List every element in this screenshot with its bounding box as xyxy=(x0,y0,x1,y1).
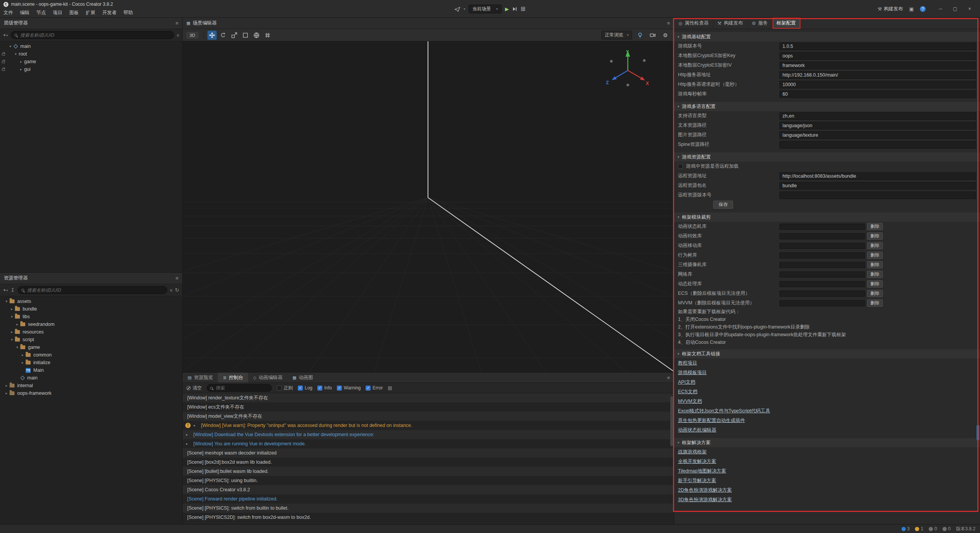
prop-input[interactable] xyxy=(779,191,976,199)
minimize-button[interactable]: ─ xyxy=(933,6,948,11)
view-mode-dropdown[interactable]: 正常浏览 ▾ xyxy=(601,31,632,39)
gear-icon[interactable]: ⚙ xyxy=(661,31,670,40)
info-indicator[interactable]: 3 xyxy=(902,526,910,531)
prop-input[interactable] xyxy=(779,43,976,50)
expand-caret[interactable]: ▸ xyxy=(9,330,15,334)
snap-grid-button[interactable] xyxy=(263,31,272,40)
log-row[interactable]: ▸[Window] Download the Vue Devtools exte… xyxy=(183,430,674,439)
prop-input[interactable] xyxy=(779,62,976,69)
menu-item[interactable]: 面板 xyxy=(66,10,82,16)
menu-item[interactable]: 项目 xyxy=(49,10,66,16)
asset-item[interactable]: ▸bundle xyxy=(0,305,182,313)
expand-caret[interactable]: ▾ xyxy=(15,345,20,349)
delete-module-button[interactable]: 删除 xyxy=(867,223,883,230)
menu-item[interactable]: 扩展 xyxy=(82,10,99,16)
section-header[interactable]: ▾框架解决方案 xyxy=(674,438,980,447)
expand-caret[interactable]: ▸ xyxy=(186,439,188,448)
scene-editor-tab[interactable]: ▦ 场景编辑器 xyxy=(186,20,217,26)
regex-checkbox[interactable]: 正则 xyxy=(277,385,293,391)
scene-selector-dropdown[interactable]: 当前场景 ▾ xyxy=(469,5,501,13)
hierarchy-search-input[interactable] xyxy=(20,32,170,38)
doc-link[interactable]: MVVM文档 xyxy=(678,398,702,405)
log-row[interactable]: [Scene] [PHYSICS]: switch from builtin t… xyxy=(183,504,674,513)
tab-console[interactable]: ≣控制台 xyxy=(218,373,248,383)
expand-caret[interactable]: ▸ xyxy=(9,307,15,311)
filter-icon[interactable]: ≡ xyxy=(170,288,172,293)
doc-link[interactable]: 原生包热更新配置自动生成插件 xyxy=(678,417,745,424)
section-header[interactable]: ▾游戏资源配置 xyxy=(674,152,980,162)
warning-indicator[interactable]: 1 xyxy=(915,526,923,531)
delete-module-button[interactable]: 删除 xyxy=(867,280,883,288)
asset-item[interactable]: ▸oops-framework xyxy=(0,389,182,397)
scrollbar[interactable] xyxy=(670,396,673,446)
tab-animation-graph[interactable]: ▦动画图 xyxy=(287,373,318,383)
expand-caret[interactable]: ▾ xyxy=(8,44,13,48)
chevron-down-icon[interactable]: ▾ xyxy=(464,7,465,11)
layout-grid-icon[interactable]: ⊞ xyxy=(521,5,526,12)
doc-link[interactable]: ECS文档 xyxy=(678,389,697,395)
expand-caret[interactable]: ▸ xyxy=(15,322,20,326)
menu-item[interactable]: 节点 xyxy=(33,10,49,16)
asset-item[interactable]: ▸common xyxy=(0,351,182,359)
doc-link[interactable]: Excel格式转Json文件与TypeScript代码工具 xyxy=(678,408,770,414)
log-row[interactable]: [Scene] [PHYSICS2D]: switch from box2d-w… xyxy=(183,513,674,522)
log-row[interactable]: [Window] render_texture文件夹不存在 xyxy=(183,393,674,402)
prop-input[interactable] xyxy=(779,71,976,79)
import-icon[interactable]: ↧ xyxy=(11,287,15,293)
panel-menu-icon[interactable]: ≡ xyxy=(667,20,670,26)
asset-item[interactable]: ▸resources xyxy=(0,328,182,336)
section-header[interactable]: ▾框架文档工具链接 xyxy=(674,349,980,358)
delete-module-button[interactable]: 删除 xyxy=(867,290,883,297)
marker-indicator[interactable]: 0 xyxy=(942,526,951,531)
camera-icon[interactable] xyxy=(648,31,657,40)
assets-search[interactable] xyxy=(18,286,167,294)
create-node-button[interactable]: +▾ xyxy=(3,32,8,38)
hierarchy-node[interactable]: ▾root xyxy=(0,50,182,58)
panel-menu-icon[interactable]: ≡ xyxy=(667,375,670,381)
doc-link[interactable]: 游戏模板项目 xyxy=(678,370,707,376)
expand-caret[interactable]: ▸ xyxy=(18,67,24,71)
scrollbar[interactable] xyxy=(977,425,979,440)
world-local-toggle-button[interactable] xyxy=(252,31,261,40)
panel-menu-icon[interactable]: ≡ xyxy=(175,275,178,281)
expand-caret[interactable]: ▸ xyxy=(186,430,188,439)
log-row[interactable]: [Scene] [bullet]:bullet wasm lib loaded. xyxy=(183,467,674,476)
doc-link[interactable]: 战旗游戏框架 xyxy=(678,449,707,455)
log-row[interactable]: [Scene] Forward render pipeline initiali… xyxy=(183,494,674,504)
maximize-button[interactable]: ▢ xyxy=(948,6,962,11)
axis-gizmo[interactable]: Y X Z xyxy=(603,47,653,90)
prop-input[interactable] xyxy=(779,90,976,98)
log-row[interactable]: !▸[Window] [Vue warn]: Property "onInput… xyxy=(183,421,674,430)
error-indicator[interactable]: 0 xyxy=(929,526,937,531)
doc-link[interactable]: Tiledmap地图解决方案 xyxy=(678,468,726,474)
expand-caret[interactable]: ▾ xyxy=(9,338,15,342)
doc-link[interactable]: 2D角色扮演游戏解决方案 xyxy=(678,487,732,494)
log-row[interactable]: [Scene] [PHYSICS]: using builtin. xyxy=(183,476,674,485)
tab-property-inspector[interactable]: ◎属性检查器 xyxy=(674,18,713,29)
doc-link[interactable]: 动画状态机编辑器 xyxy=(678,427,716,433)
console-search[interactable] xyxy=(207,384,272,392)
step-button[interactable] xyxy=(512,7,517,11)
delete-module-button[interactable]: 删除 xyxy=(867,299,883,307)
asset-item[interactable]: ▾game xyxy=(0,343,182,351)
preview-platform-icon[interactable] xyxy=(454,6,460,12)
hierarchy-node[interactable]: ▸gui xyxy=(0,65,182,73)
log-row[interactable]: ▸[Window] You are running Vue in develop… xyxy=(183,439,674,448)
asset-item[interactable]: TSMain xyxy=(0,366,182,374)
expand-caret[interactable]: ▸ xyxy=(4,391,9,395)
menu-item[interactable]: 编辑 xyxy=(16,10,33,16)
rect-tool-button[interactable] xyxy=(241,31,250,40)
asset-item[interactable]: main xyxy=(0,374,182,382)
menu-item[interactable]: 帮助 xyxy=(120,10,137,16)
log-row[interactable]: [Scene] Cocos Creator v3.8.2 xyxy=(183,485,674,494)
filter-info-checkbox[interactable]: ✓Info xyxy=(317,385,332,391)
prop-input[interactable] xyxy=(779,122,976,129)
export-log-icon[interactable]: ▤ xyxy=(388,385,392,391)
doc-link[interactable]: 3D角色扮演游戏解决方案 xyxy=(678,497,732,503)
tab-service[interactable]: ⚙服务 xyxy=(748,18,773,29)
expand-caret[interactable]: ▸ xyxy=(20,353,25,357)
doc-link[interactable]: 新手引导解决方案 xyxy=(678,477,716,484)
assets-search-input[interactable] xyxy=(26,287,163,293)
expand-caret[interactable]: ▸ xyxy=(194,421,196,430)
expand-caret[interactable]: ▸ xyxy=(20,361,25,365)
